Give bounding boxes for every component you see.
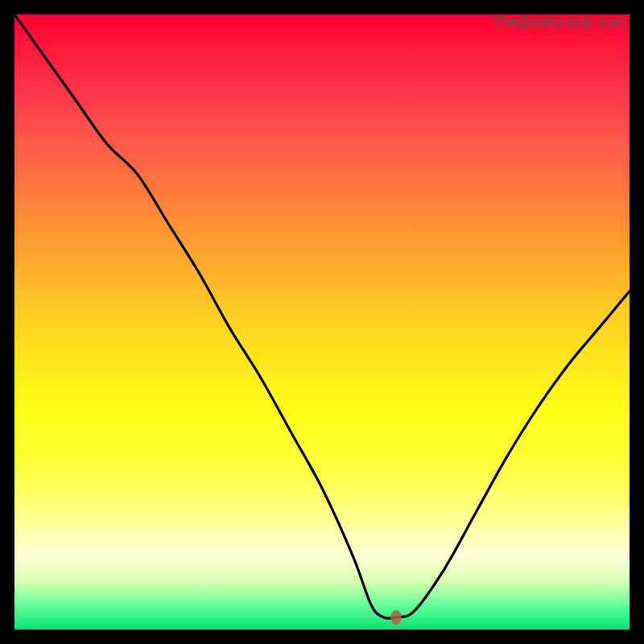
- optimal-marker: [390, 610, 402, 625]
- chart-frame: TheBottleneck.com: [14, 14, 630, 630]
- heat-gradient-background: [14, 14, 630, 630]
- attribution-label: TheBottleneck.com: [493, 13, 626, 31]
